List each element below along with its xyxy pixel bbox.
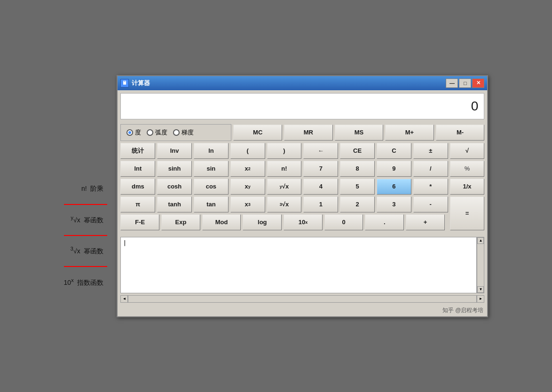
btn-mr[interactable]: MR (284, 125, 333, 141)
btn-5[interactable]: 5 (340, 179, 375, 195)
scrollbar: ▲ ▼ (477, 237, 484, 293)
func-row-3: dms cosh cos xy y√x 4 5 6 * 1/x (120, 179, 484, 195)
ann-3root: 3√x 幂函数 (64, 236, 108, 267)
btn-dms[interactable]: dms (120, 179, 155, 195)
btn-xy[interactable]: xy (230, 179, 265, 195)
radio-gradian-label: 梯度 (181, 128, 194, 137)
annotations-panel: n! 阶乘 y√x 幂函数 3√x 幂函数 10x 指数函数 (64, 174, 108, 298)
btn-cosh[interactable]: cosh (157, 179, 192, 195)
btn-mminus[interactable]: M- (436, 125, 485, 141)
btn-ce[interactable]: CE (340, 143, 375, 159)
btn-3[interactable]: 3 (377, 196, 411, 212)
btn-mc[interactable]: MC (233, 125, 282, 141)
btn-yroot[interactable]: y√x (267, 179, 302, 195)
btn-1[interactable]: 1 (303, 196, 338, 212)
radio-gradian[interactable]: 梯度 (173, 128, 194, 137)
btn-stat[interactable]: 统计 (120, 143, 155, 159)
btn-fe[interactable]: F-E (120, 214, 159, 230)
title-bar: 🖩 计算器 — □ ✕ (118, 76, 487, 90)
h-scroll-track (128, 295, 477, 303)
angle-mode-group: 度 弧度 梯度 (120, 124, 231, 141)
btn-dot[interactable]: . (365, 214, 404, 230)
radio-radian-label: 弧度 (155, 128, 167, 137)
btn-0[interactable]: 0 (324, 214, 363, 230)
calculator-window: 🖩 计算器 — □ ✕ 0 度 (117, 75, 488, 317)
btn-minus[interactable]: - (413, 196, 448, 212)
btn-inv[interactable]: Inv (157, 143, 192, 159)
btn-7[interactable]: 7 (303, 161, 338, 177)
btn-plus[interactable]: + (406, 214, 445, 230)
btn-int[interactable]: Int (120, 161, 155, 177)
btn-tanh[interactable]: tanh (157, 196, 192, 212)
radio-degree[interactable]: 度 (126, 128, 141, 137)
minimize-button[interactable]: — (446, 78, 458, 88)
func-row-1: 统计 Inv ln ( ) ← CE C ± √ (120, 143, 484, 159)
radio-gradian-circle (173, 129, 180, 136)
radio-radian[interactable]: 弧度 (147, 128, 167, 137)
btn-2[interactable]: 2 (340, 196, 375, 212)
btn-9[interactable]: 9 (377, 161, 411, 177)
maximize-button[interactable]: □ (459, 78, 471, 88)
btn-recip[interactable]: 1/x (450, 179, 485, 195)
btn-mplus[interactable]: M+ (385, 125, 434, 141)
btn-multiply[interactable]: * (413, 179, 448, 195)
btn-pi[interactable]: π (120, 196, 155, 212)
radio-degree-circle (126, 129, 133, 136)
ann-expfunc-text: 10x 指数函数 (64, 277, 104, 287)
ann-yroot-text: y√x 幂函数 (71, 215, 103, 225)
btn-back[interactable]: ← (303, 143, 338, 159)
func-row-5: F-E Exp Mod log 10x 0 . + (120, 214, 484, 230)
btn-lparen[interactable]: ( (230, 143, 265, 159)
watermark: 知乎 @启程考培 (118, 305, 487, 316)
func-row-4: π tanh tan x3 3√x 1 2 3 - = (120, 196, 484, 212)
btn-percent[interactable]: % (450, 161, 485, 177)
btn-log[interactable]: log (243, 214, 282, 230)
window-title: 计算器 (132, 79, 150, 87)
btn-exp[interactable]: Exp (161, 214, 200, 230)
btn-divide[interactable]: / (413, 161, 448, 177)
btn-tan[interactable]: tan (194, 196, 229, 212)
ann-expfunc: 10x 指数函数 (64, 267, 108, 298)
btn-sinh[interactable]: sinh (157, 161, 192, 177)
btn-sin[interactable]: sin (194, 161, 229, 177)
ann-factorial: n! 阶乘 (64, 174, 108, 205)
top-row: 度 弧度 梯度 MC MR MS M+ M- (120, 124, 484, 141)
scroll-right-btn[interactable]: ► (477, 295, 484, 303)
scroll-left-btn[interactable]: ◄ (120, 295, 128, 303)
btn-c[interactable]: C (377, 143, 411, 159)
btn-ln[interactable]: ln (194, 143, 229, 159)
btn-10x[interactable]: 10x (284, 214, 323, 230)
btn-cos[interactable]: cos (194, 179, 229, 195)
btn-xsq[interactable]: x2 (230, 161, 265, 177)
app-icon: 🖩 (120, 79, 129, 87)
btn-mod[interactable]: Mod (202, 214, 241, 230)
ann-factorial-text: n! 阶乘 (81, 185, 103, 193)
scroll-track (477, 244, 484, 286)
history-textarea[interactable]: | (120, 237, 477, 293)
display: 0 (120, 93, 484, 119)
close-button[interactable]: ✕ (472, 78, 484, 88)
title-bar-left: 🖩 计算器 (120, 79, 150, 87)
btn-6[interactable]: 6 (377, 179, 411, 195)
btn-8[interactable]: 8 (340, 161, 375, 177)
radio-degree-label: 度 (135, 128, 141, 137)
btn-sqrt[interactable]: √ (450, 143, 485, 159)
ann-3root-text: 3√x 幂函数 (71, 246, 104, 256)
scroll-down-btn[interactable]: ▼ (477, 286, 484, 293)
h-scrollbar: ◄ ► (120, 295, 484, 303)
btn-rparen[interactable]: ) (267, 143, 302, 159)
btn-xcube[interactable]: x3 (230, 196, 265, 212)
title-controls: — □ ✕ (446, 78, 484, 88)
btn-cuberoot[interactable]: 3√x (267, 196, 302, 212)
btn-factorial[interactable]: n! (267, 161, 302, 177)
ann-yroot: y√x 幂函数 (64, 205, 108, 236)
radio-radian-circle (147, 129, 153, 136)
scroll-up-btn[interactable]: ▲ (477, 237, 484, 244)
btn-4[interactable]: 4 (303, 179, 338, 195)
func-row-2: Int sinh sin x2 n! 7 8 9 / % (120, 161, 484, 177)
btn-equals[interactable]: = (450, 196, 485, 230)
btn-plusminus[interactable]: ± (413, 143, 448, 159)
history-area: | ▲ ▼ (120, 237, 484, 293)
calc-body: 度 弧度 梯度 MC MR MS M+ M- (118, 122, 487, 235)
btn-ms[interactable]: MS (335, 125, 384, 141)
